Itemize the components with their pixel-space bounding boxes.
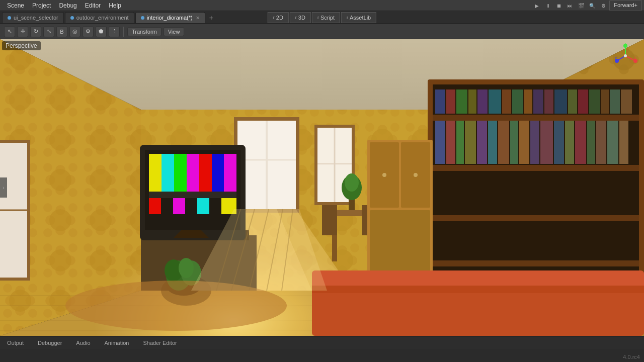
tool9[interactable]: ⋮ <box>109 26 120 37</box>
menu-help[interactable]: Help <box>105 1 125 10</box>
select-tool[interactable]: ↖ <box>4 26 15 37</box>
menu-bar: Scene Project Debug Editor Help ▶ ⏸ ⏹ ⏭ … <box>0 0 644 11</box>
play-button[interactable]: ▶ <box>532 1 542 10</box>
btn-3d[interactable]: r3D <box>290 12 311 23</box>
menu-project[interactable]: Project <box>28 1 55 10</box>
view-mode-buttons: r2D r3D rScript rAssetLib <box>268 11 376 24</box>
move-tool[interactable]: ✛ <box>17 26 28 37</box>
svg-point-89 <box>624 54 627 57</box>
version-label: 4.0.rc4 <box>623 354 640 360</box>
step-button[interactable]: ⏭ <box>565 1 575 10</box>
bottom-tab-shader-editor[interactable]: Shader Editor <box>140 339 180 347</box>
tab-interior-diorama[interactable]: interior_diorama(*) ✕ <box>135 12 205 23</box>
tab-bar: ui_scene_selector outdoor_environment in… <box>0 11 644 24</box>
btn-script[interactable]: rScript <box>312 12 340 23</box>
bottom-tab-output[interactable]: Output <box>4 339 27 347</box>
settings-button[interactable]: ⚙ <box>598 1 608 10</box>
btn-assetlib[interactable]: rAssetLib <box>341 12 376 23</box>
tab-outdoor-environment[interactable]: outdoor_environment <box>65 12 134 23</box>
stop-button[interactable]: ⏹ <box>554 1 564 10</box>
scale-tool[interactable]: ⤡ <box>43 26 54 37</box>
tool8[interactable]: ⬟ <box>96 26 107 37</box>
rotate-tool[interactable]: ↻ <box>30 26 41 37</box>
main-toolbar: ↖ ✛ ↻ ⤡ B ◎ ⚙ ⬟ ⋮ Transform View <box>0 24 644 39</box>
btn-2d[interactable]: r2D <box>268 12 289 23</box>
tool6[interactable]: ◎ <box>69 26 80 37</box>
svg-text:Y: Y <box>624 43 627 45</box>
viewport[interactable]: NO SIGNAL <box>0 39 644 336</box>
tab-dot <box>141 16 144 20</box>
menu-editor[interactable]: Editor <box>81 1 105 10</box>
zoom-button[interactable]: 🔍 <box>587 1 597 10</box>
menu-debug[interactable]: Debug <box>55 1 80 10</box>
viewport-gizmo: X Y Z <box>613 43 638 68</box>
tab-add-button[interactable]: + <box>206 13 216 23</box>
tool7[interactable]: ⚙ <box>83 26 94 37</box>
tab-dot <box>70 16 74 20</box>
forward-plus-button[interactable]: Forward+ <box>609 1 642 11</box>
tool5[interactable]: B <box>56 26 67 37</box>
pause-button[interactable]: ⏸ <box>543 1 553 10</box>
bottom-tab-debugger[interactable]: Debugger <box>35 339 65 347</box>
tab-ui-scene-selector[interactable]: ui_scene_selector <box>2 12 64 23</box>
bottom-panel: Output Debugger Audio Animation Shader E… <box>0 336 644 349</box>
scene-view: NO SIGNAL <box>0 39 644 336</box>
view-label[interactable]: View <box>164 27 185 36</box>
transform-label[interactable]: Transform <box>127 27 162 36</box>
bottom-tab-audio[interactable]: Audio <box>73 339 93 347</box>
menu-scene[interactable]: Scene <box>3 1 28 10</box>
viewport-expand-arrow[interactable]: › <box>0 177 7 198</box>
separator1 <box>123 27 124 37</box>
perspective-label[interactable]: Perspective <box>2 41 41 50</box>
tab-dot <box>8 16 11 20</box>
warm-haze <box>0 39 644 336</box>
svg-text:Z: Z <box>615 57 617 60</box>
svg-text:X: X <box>634 56 636 60</box>
tab-close-icon[interactable]: ✕ <box>196 15 200 21</box>
movie-button[interactable]: 🎬 <box>576 1 586 10</box>
top-right-controls: ▶ ⏸ ⏹ ⏭ 🎬 🔍 ⚙ Forward+ <box>532 0 644 11</box>
bottom-tab-animation[interactable]: Animation <box>102 339 132 347</box>
